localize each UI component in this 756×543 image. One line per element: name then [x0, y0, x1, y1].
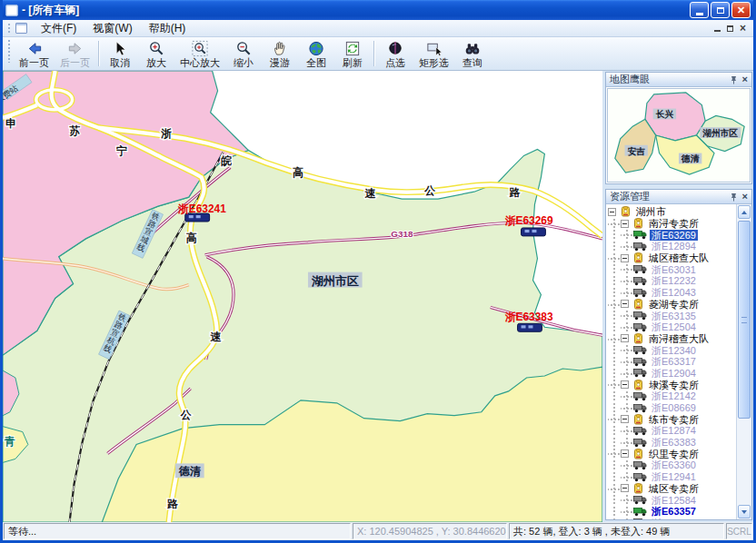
menu-item-3[interactable]: 帮助(H) — [141, 20, 194, 37]
tree-node-vehicle[interactable]: 浙E63135 — [608, 310, 736, 321]
tree-node-label: 浙E12894 — [650, 241, 698, 252]
tree-expand-toggle[interactable] — [621, 300, 629, 308]
tree-expand-toggle[interactable] — [621, 220, 629, 228]
tree-expand-toggle[interactable] — [621, 484, 629, 492]
menu-item-1[interactable]: 文件(F) — [33, 20, 85, 37]
tree-node-vehicle[interactable]: 浙E63357 — [608, 506, 736, 518]
tree-node-vehicle[interactable]: 浙E12232 — [608, 275, 736, 287]
tree-connector — [621, 402, 633, 414]
close-button[interactable]: ✕ — [731, 2, 751, 18]
tree-connector — [621, 425, 633, 437]
tree-node-vehicle[interactable]: 浙E63031 — [608, 263, 736, 275]
tree-node-vehicle[interactable]: 浙E63269 — [608, 229, 736, 241]
tree-node-group[interactable]: 练市专卖所 — [608, 413, 736, 425]
toolbar-button-cancel[interactable]: 取消 — [102, 38, 138, 69]
tree-node-vehicle[interactable]: 浙E12340 — [608, 344, 736, 356]
toolbar-grip[interactable] — [6, 38, 12, 63]
eagle-region-label: 长兴 — [653, 109, 676, 120]
tree-node-vehicle[interactable]: 浙E63383 — [608, 437, 736, 449]
close-icon[interactable]: × — [742, 74, 748, 84]
map-label: 高 — [293, 166, 303, 179]
tree-node-vehicle[interactable]: 浙E63317 — [608, 356, 736, 368]
tree-connector — [608, 218, 621, 230]
scroll-thumb[interactable] — [738, 221, 751, 419]
toolbar-button-label: 漫游 — [270, 57, 290, 69]
minimize-button[interactable] — [690, 2, 709, 18]
toolbar-button-rect-select[interactable]: 矩形选 — [413, 38, 454, 69]
refresh-icon — [343, 40, 362, 57]
tree-connector — [608, 459, 621, 471]
tree-expand-toggle[interactable] — [621, 254, 629, 262]
tree-node-vehicle[interactable]: 浙E12904 — [608, 368, 736, 380]
close-icon[interactable]: × — [742, 192, 748, 202]
tree-node-group[interactable]: 城区专卖所 — [608, 483, 736, 495]
menubar-grip[interactable] — [6, 22, 12, 35]
organization-icon — [632, 414, 644, 425]
tree-scrollbar[interactable] — [736, 204, 751, 519]
mdi-minimize-icon[interactable] — [714, 30, 721, 32]
toolbar: 前一页后一页取消放大中心放大缩小漫游全图刷新点选矩形选查询 — [3, 37, 753, 71]
mdi-restore-icon[interactable] — [727, 25, 733, 32]
mdi-close-icon[interactable]: × — [740, 23, 746, 34]
map-canvas[interactable]: 铁路宣城线铁路宣杭线收费站 申苏浙宁皖高速公路高速公路G318青 湖州市区德清 … — [3, 71, 602, 522]
tree-node-group[interactable]: 织里专卖所 — [608, 448, 736, 459]
tree-node-group[interactable]: 菱湖专卖所 — [608, 299, 736, 311]
tree-connector — [621, 263, 633, 275]
tree-expand-toggle[interactable] — [621, 415, 629, 423]
tree-expand-toggle[interactable] — [608, 208, 616, 216]
toolbar-button-refresh[interactable]: 刷新 — [334, 38, 371, 69]
tree-node-label: 浙E12941 — [650, 471, 698, 482]
pan-icon — [271, 40, 289, 57]
toolbar-button-label: 全图 — [306, 57, 326, 69]
document-window-icon[interactable] — [15, 23, 27, 34]
scroll-down-button[interactable] — [738, 505, 751, 518]
tree-node-group[interactable]: 城区稽查大队 — [608, 252, 736, 264]
toolbar-button-point-select[interactable]: 点选 — [377, 38, 413, 69]
toolbar-button-label: 点选 — [385, 57, 405, 69]
tree-expand-toggle[interactable] — [621, 380, 629, 389]
tree-node-vehicle[interactable]: 浙E12043 — [608, 287, 736, 299]
tree-node-vehicle[interactable]: 浙E63360 — [608, 459, 736, 471]
scroll-up-button[interactable] — [738, 205, 751, 219]
pin-icon[interactable] — [730, 193, 738, 202]
tree-node-label: 浙E63357 — [650, 506, 698, 517]
tree-node-group[interactable]: 埭溪专卖所 — [608, 379, 736, 390]
menu-item-2[interactable]: 视窗(W) — [85, 20, 140, 37]
toolbar-button-full-extent[interactable]: 全图 — [298, 38, 334, 69]
toolbar-button-zoom-in[interactable]: 放大 — [138, 38, 174, 69]
tree-node-vehicle[interactable]: 浙E02387 — [608, 518, 736, 519]
tree-node-vehicle[interactable]: 浙E12941 — [608, 471, 736, 483]
toolbar-button-zoom-out[interactable]: 缩小 — [225, 38, 262, 69]
toolbar-button-pan[interactable]: 漫游 — [262, 38, 298, 69]
tree-node-root[interactable]: 湖州市 — [608, 206, 736, 218]
tree-node-vehicle[interactable]: 浙E12142 — [608, 390, 736, 402]
tree-node-vehicle[interactable]: 浙E08669 — [608, 402, 736, 414]
tree-connector — [608, 299, 621, 311]
truck-icon — [633, 507, 647, 517]
tree-expand-toggle[interactable] — [621, 334, 629, 342]
eagle-eye-map[interactable]: 长兴安吉湖州市区德清 — [607, 88, 751, 183]
tree-connector — [608, 344, 621, 356]
menu-bar: 文件(F)视窗(W)帮助(H) × — [3, 20, 753, 37]
tree-node-vehicle[interactable]: 浙E12504 — [608, 321, 736, 333]
tree-connector — [608, 425, 621, 437]
restore-button[interactable] — [711, 2, 730, 18]
tree-node-vehicle[interactable]: 浙E12894 — [608, 241, 736, 252]
organization-icon — [632, 380, 644, 390]
tree-node-vehicle[interactable]: 浙E12874 — [608, 425, 736, 437]
tree-connector — [608, 287, 621, 299]
tree-node-group[interactable]: 南浔专卖所 — [608, 218, 736, 230]
toolbar-button-prev-page[interactable]: 前一页 — [14, 38, 55, 69]
tree-connector — [608, 390, 621, 402]
map-label: G318 — [391, 229, 413, 239]
tree-node-vehicle[interactable]: 浙E12584 — [608, 494, 736, 506]
status-bar: 等待... X: 120.45904825 , Y: 30.84466204 共… — [3, 522, 753, 540]
tree-expand-toggle[interactable] — [621, 449, 629, 458]
pin-icon[interactable] — [730, 75, 738, 84]
truck-icon — [633, 426, 647, 436]
tree-connector — [608, 437, 621, 449]
tree-node-group[interactable]: 南浔稽查大队 — [608, 333, 736, 345]
toolbar-button-center-zoom[interactable]: 中心放大 — [174, 38, 225, 69]
tree-connector — [608, 229, 621, 241]
toolbar-button-query[interactable]: 查询 — [454, 38, 491, 69]
